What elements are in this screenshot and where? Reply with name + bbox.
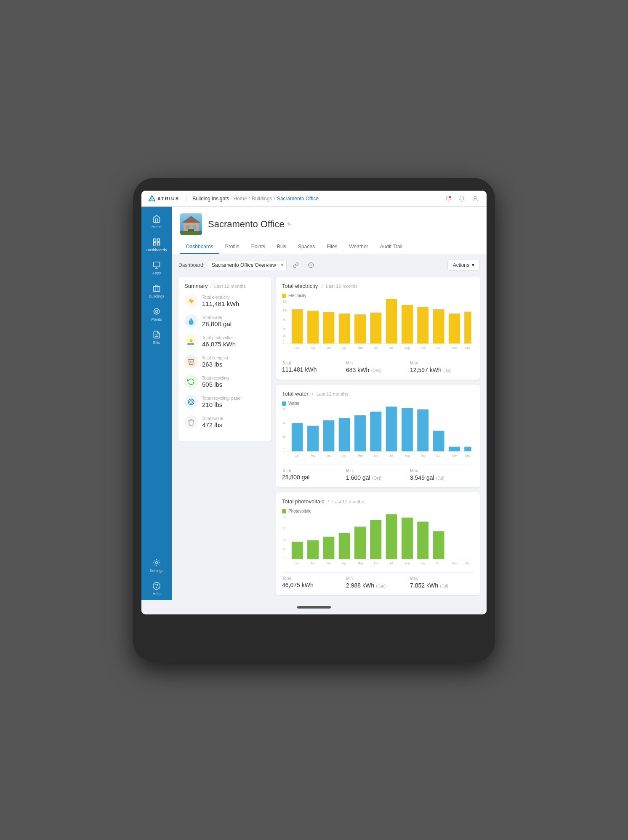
svg-rect-61 <box>354 314 366 343</box>
water-chart-period: Last 12 months <box>317 391 348 396</box>
svg-point-12 <box>154 308 159 314</box>
svg-text:Feb: Feb <box>311 454 315 457</box>
electricity-chart-title: Total electricity <box>282 283 318 289</box>
sidebar-item-bills[interactable]: Bills <box>141 326 172 349</box>
settings-icon <box>152 558 161 567</box>
sidebar-item-home[interactable]: Home <box>141 210 172 233</box>
waste-icon <box>184 415 198 429</box>
svg-text:Apr: Apr <box>342 346 347 350</box>
dashboard-select[interactable]: Sacramento Office Overview <box>208 260 287 270</box>
svg-text:Dec: Dec <box>465 346 470 349</box>
svg-rect-53 <box>292 309 303 343</box>
photovoltaic-chart-legend: Photovoltaic <box>282 509 474 513</box>
building-thumbnail <box>180 213 202 235</box>
actions-button[interactable]: Actions ▾ <box>447 260 480 271</box>
photovoltaic-chart-title: Total photovoltaic <box>282 498 324 505</box>
svg-text:Aug: Aug <box>405 346 410 350</box>
building-info: Sacramento Office ✎ <box>180 213 478 235</box>
sidebar-item-dashboards[interactable]: Dashboards <box>141 233 172 256</box>
water-chart-card: Total water / Last 12 months Water <box>276 385 480 487</box>
svg-text:Apr: Apr <box>342 454 347 457</box>
tab-profile[interactable]: Profile <box>219 240 245 254</box>
link-icon[interactable] <box>290 259 302 271</box>
tab-files[interactable]: Files <box>321 240 343 254</box>
sidebar-item-apps[interactable]: Apps <box>141 256 172 279</box>
tab-bills[interactable]: Bills <box>271 240 292 254</box>
svg-rect-92 <box>370 412 381 451</box>
svg-text:Mar: Mar <box>327 454 332 457</box>
water-chart-legend: Water <box>282 401 474 406</box>
building-edit-icon[interactable]: ✎ <box>287 221 291 227</box>
summary-item-photovoltaic: Total photovoltaic 46,075 kWh <box>184 335 265 348</box>
points-icon <box>152 307 161 316</box>
svg-rect-8 <box>154 262 160 267</box>
svg-text:2k: 2k <box>283 548 286 550</box>
svg-rect-90 <box>354 415 366 452</box>
actions-chevron-icon: ▾ <box>472 262 474 268</box>
breadcrumb-sep1: / <box>249 196 250 202</box>
svg-rect-94 <box>386 407 397 451</box>
breadcrumb: Home / Buildings / Sacramento Office <box>234 196 319 202</box>
recycling-label: Total recycling <box>202 376 229 380</box>
svg-text:Oct: Oct <box>436 562 441 565</box>
summary-item-electricity: Total electricity 111,481 kWh <box>184 294 265 308</box>
photovoltaic-value: 46,075 kWh <box>202 340 236 348</box>
svg-rect-21 <box>186 225 189 229</box>
building-name: Sacramento Office ✎ <box>208 219 291 230</box>
svg-text:Jun: Jun <box>374 454 378 457</box>
svg-rect-4 <box>154 239 156 242</box>
breadcrumb-sep2: / <box>274 196 275 202</box>
svg-rect-118 <box>339 533 350 559</box>
tab-dashboards[interactable]: Dashboards <box>180 240 219 254</box>
alert-bell-icon[interactable] <box>457 194 466 203</box>
tab-points[interactable]: Points <box>245 240 271 254</box>
svg-point-13 <box>156 311 158 313</box>
help-icon <box>152 581 161 590</box>
svg-rect-25 <box>180 231 202 235</box>
electricity-chart-footer: Total 111,481 kWh Min 683 kWh (Dec) <box>282 357 474 374</box>
sidebar-item-settings[interactable]: Settings <box>141 554 172 577</box>
tab-weather[interactable]: Weather <box>343 240 374 254</box>
photovoltaic-chart-container: 8k 6k 4k 2k 0 Jan <box>282 513 474 568</box>
breadcrumb-buildings[interactable]: Buildings <box>252 196 272 202</box>
dashboards-icon <box>152 237 161 247</box>
recycling-value: 505 lbs <box>202 381 229 388</box>
svg-rect-73 <box>449 314 460 344</box>
main-layout: Home Dashboards <box>141 207 487 600</box>
info-icon[interactable] <box>305 259 317 271</box>
svg-text:Oct: Oct <box>436 346 441 349</box>
sidebar-item-points[interactable]: Points <box>141 303 172 326</box>
summary-card: Summary / Last 12 months <box>178 277 271 441</box>
sidebar-label-dashboards: Dashboards <box>146 248 167 252</box>
svg-rect-7 <box>157 243 160 245</box>
svg-text:Sep: Sep <box>421 562 426 565</box>
photovoltaic-stat-total: Total 46,075 kWh <box>282 576 346 589</box>
sidebar-item-help[interactable]: Help <box>141 577 172 600</box>
svg-text:4k: 4k <box>283 538 286 541</box>
sidebar-item-buildings[interactable]: Buildings <box>141 279 172 303</box>
tab-audit-trail[interactable]: Audit Trail <box>374 240 408 254</box>
svg-text:8k: 8k <box>283 318 286 321</box>
breadcrumb-home[interactable]: Home <box>234 196 247 202</box>
sidebar-label-bills: Bills <box>153 340 160 345</box>
svg-rect-86 <box>323 420 334 452</box>
svg-text:Jul: Jul <box>389 562 393 565</box>
svg-point-30 <box>190 339 193 342</box>
svg-rect-59 <box>339 314 350 344</box>
electricity-chart-card: Total electricity / Last 12 months Elect… <box>276 277 480 380</box>
svg-text:Aug: Aug <box>405 562 410 565</box>
tab-spaces[interactable]: Spaces <box>292 240 321 254</box>
notification-bell-icon[interactable] <box>444 194 453 203</box>
summary-item-recycling-paper: Total recycling, paper 210 lbs <box>184 395 265 409</box>
recycling-paper-value: 210 lbs <box>202 401 242 408</box>
sidebar-label-buildings: Buildings <box>149 294 165 298</box>
tablet-screen: ATRIUS Building Insights Home / Building… <box>141 191 487 614</box>
user-avatar[interactable] <box>471 194 480 203</box>
dashboard-grid: Summary / Last 12 months <box>178 277 480 595</box>
compost-icon <box>184 355 198 368</box>
svg-rect-84 <box>307 426 319 452</box>
svg-rect-114 <box>307 540 319 559</box>
home-icon <box>152 214 161 223</box>
svg-rect-35 <box>188 343 191 345</box>
svg-text:Nov: Nov <box>452 562 457 565</box>
